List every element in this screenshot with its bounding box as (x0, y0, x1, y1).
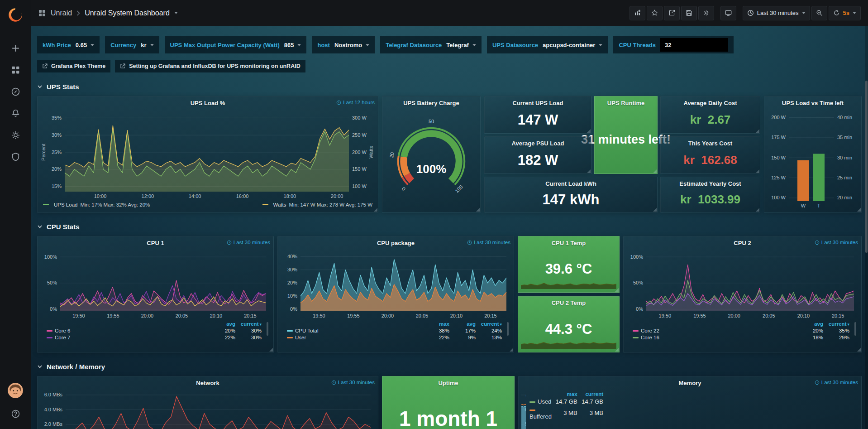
page-scrollbar[interactable] (865, 26, 868, 429)
legend-sort-header[interactable]: avg (211, 321, 237, 327)
dashboard-title[interactable]: Unraid System Dashboard (85, 9, 170, 17)
svg-text:25%: 25% (52, 149, 62, 155)
svg-text:20%: 20% (52, 166, 62, 172)
panel-title[interactable]: CPU 2 (734, 240, 751, 246)
zoom-out-button[interactable] (811, 6, 827, 20)
panel-title[interactable]: UPS Load % (191, 100, 225, 106)
configuration-icon[interactable] (0, 124, 31, 146)
panel-title[interactable]: Memory (679, 380, 701, 386)
panel-title[interactable]: This Years Cost (688, 140, 732, 147)
svg-text:10%: 10% (287, 293, 297, 299)
tv-kiosk-button[interactable] (720, 6, 736, 20)
section-network-memory[interactable]: Network / Memory (37, 361, 862, 372)
cpu-package-chart[interactable]: 40%30%20%10%0%19:5019:5520:0020:0520:102… (281, 249, 511, 319)
panel-time-override: Last 30 minutes (815, 240, 858, 245)
panel-title[interactable]: CPU 1 Temp (552, 240, 586, 246)
cpu1-chart[interactable]: 100%50%0%19:5019:5520:0020:0520:1020:15 (40, 249, 271, 319)
refresh-button[interactable]: 5s (829, 6, 861, 20)
legend-sort-header[interactable]: current▾ (477, 321, 504, 327)
panel-title[interactable]: Current UPS Load (513, 100, 563, 106)
panel-current-ups-load: Current UPS Load 147 W (484, 96, 591, 134)
panel-title[interactable]: CPU 2 Temp (552, 299, 586, 306)
add-panel-button[interactable] (630, 6, 645, 20)
legend-scrollbar[interactable] (267, 322, 268, 336)
panel-title[interactable]: Current Load kWh (545, 180, 596, 187)
scrollbar-thumb[interactable] (865, 81, 868, 253)
ups-load-chart[interactable]: 35%30%25%20%15%Percent300 W250 W200 W150… (40, 109, 375, 200)
time-picker-button[interactable]: Last 30 minutes (743, 6, 810, 20)
help-icon[interactable] (0, 403, 31, 424)
clock-icon (227, 240, 232, 245)
alerting-icon[interactable] (0, 102, 31, 124)
panel-title[interactable]: Uptime (438, 380, 458, 386)
cpu2-chart[interactable]: 100%50%0%19:5019:5520:0020:0520:1020:15 (626, 249, 858, 319)
svg-text:50%: 50% (47, 280, 57, 285)
dashboard-caret-icon[interactable] (174, 12, 178, 14)
legend-sort-header[interactable]: current (579, 391, 605, 397)
svg-text:20:10: 20:10 (797, 313, 810, 318)
svg-text:150 W: 150 W (771, 155, 786, 160)
variable-host[interactable]: host Nostromo (312, 36, 375, 53)
legend-row: Core 722%30% (45, 334, 263, 341)
network-chart[interactable]: 6.0 MBs4.0 MBs2.0 MBs (40, 389, 375, 429)
svg-text:35%: 35% (52, 115, 62, 121)
link-grafana-plex-theme[interactable]: Grafana Plex Theme (37, 60, 110, 72)
link-ups-monitoring-guide[interactable]: Setting up Grafana and InfluxDB for UPS … (115, 60, 305, 72)
memory-chart[interactable]: 70.000000 GB60.000000 GB50.000000 GB (521, 389, 526, 429)
external-link-icon (120, 63, 125, 69)
cpu-threads-input[interactable] (660, 38, 728, 52)
legend-sort-header[interactable]: max (553, 391, 579, 397)
variable-currency[interactable]: Currency kr (105, 36, 159, 53)
section-ups-stats[interactable]: UPS Stats (37, 81, 862, 92)
legend-sort-header[interactable]: current▾ (825, 321, 851, 327)
panel-title[interactable]: Average PSU Load (512, 140, 564, 147)
svg-text:100 W: 100 W (352, 183, 367, 189)
server-admin-icon[interactable] (0, 146, 31, 168)
chevron-down-icon (37, 364, 43, 369)
panel-title[interactable]: UPS Runtime (607, 100, 644, 106)
legend-sort-header[interactable]: avg (451, 321, 477, 327)
legend-item[interactable]: WattsMin: 147 W Max: 278 W Avg: 175 W (262, 202, 372, 207)
variable-kwh-price[interactable]: kWh Price 0.65 (37, 36, 100, 53)
legend-item[interactable]: UPS LoadMin: 17% Max: 32% Avg: 20% (43, 202, 150, 207)
chevron-down-icon (366, 44, 369, 46)
dashboard-settings-button[interactable] (698, 6, 714, 20)
legend-sort-header[interactable]: current▾ (237, 321, 263, 327)
panel-title[interactable]: Average Daily Cost (683, 100, 737, 106)
stat-value: kr 2.67 (663, 109, 757, 130)
panel-title[interactable]: UPS Load vs Time left (782, 100, 844, 106)
avatar[interactable] (8, 383, 23, 398)
explore-icon[interactable] (0, 81, 31, 102)
svg-text:100: 100 (454, 184, 463, 193)
section-cpu-stats[interactable]: CPU Stats (37, 221, 862, 232)
panel-cpu1-temp: CPU 1 Temp 39.6 °C (518, 236, 620, 293)
panel-cpu-package: CPU package Last 30 minutes 40%30%20%10%… (277, 236, 514, 352)
variable-ups-max-output[interactable]: UPS Max Output Power Capacity (Watt) 865 (165, 36, 307, 53)
load-vs-time-chart[interactable]: 200 W175 W150 W125 W100 W40 min35 min30 … (767, 109, 858, 209)
panel-network: Network Last 30 minutes 6.0 MBs4.0 MBs2.… (37, 376, 378, 429)
panel-title[interactable]: Estimated Yearly Cost (679, 180, 741, 187)
variable-ups-datasource[interactable]: UPS Datasource apcupsd-container (487, 36, 608, 53)
star-button[interactable] (647, 6, 663, 20)
panel-time-override: Last 30 minutes (467, 240, 510, 245)
battery-gauge[interactable]: 02050100100% (385, 109, 477, 209)
legend-scrollbar[interactable] (854, 322, 856, 336)
variable-telegraf-datasource[interactable]: Telegraf Datasource Telegraf (380, 36, 482, 53)
panel-title[interactable]: UPS Battery Charge (403, 100, 459, 106)
grafana-logo-icon[interactable] (6, 5, 25, 24)
stat-value: 1 month 1 (385, 406, 511, 429)
panel-title[interactable]: Network (196, 380, 219, 386)
panel-title[interactable]: CPU package (377, 240, 415, 246)
legend-sort-header[interactable]: max (425, 321, 451, 327)
dashboards-icon[interactable] (0, 59, 31, 81)
create-icon[interactable] (0, 37, 31, 59)
svg-text:T: T (817, 203, 820, 208)
svg-text:Watts: Watts (368, 146, 374, 159)
legend-scrollbar[interactable] (507, 322, 509, 336)
panel-title[interactable]: CPU 1 (147, 240, 164, 246)
legend-sort-header[interactable]: avg (799, 321, 825, 327)
save-button[interactable] (681, 6, 697, 20)
breadcrumb-root[interactable]: Unraid (51, 9, 72, 17)
share-button[interactable] (664, 6, 680, 20)
apps-icon[interactable] (38, 9, 46, 17)
